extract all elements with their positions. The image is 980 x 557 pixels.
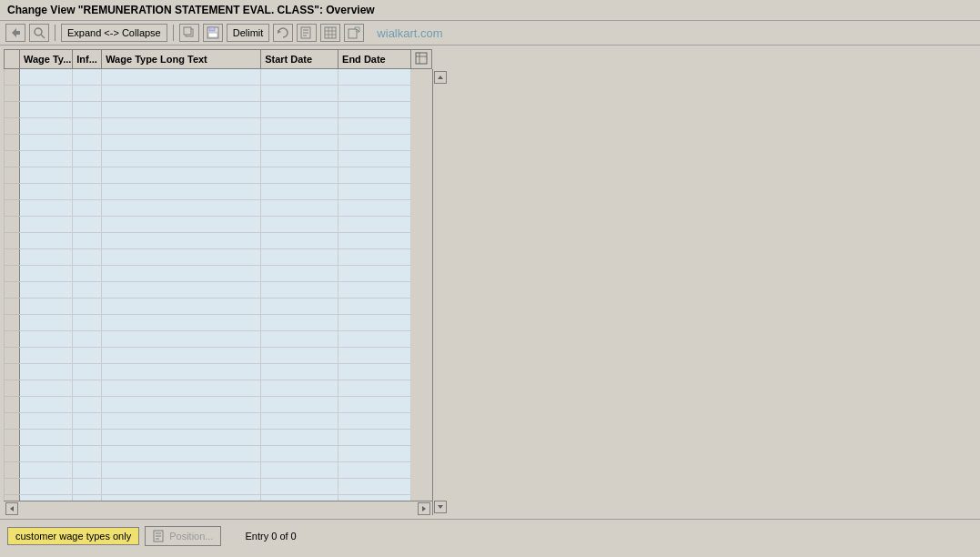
table-icon-btn[interactable] xyxy=(320,24,340,42)
col-start-date-cell[interactable] xyxy=(261,167,338,184)
col-inf-cell[interactable] xyxy=(73,413,102,430)
col-end-date-cell[interactable] xyxy=(338,200,411,217)
col-start-date-cell[interactable] xyxy=(261,397,338,413)
col-start-date-cell[interactable] xyxy=(261,299,338,315)
col-inf-cell[interactable] xyxy=(73,364,102,380)
col-inf-cell[interactable] xyxy=(73,266,102,282)
table-row[interactable] xyxy=(5,348,432,364)
table-row[interactable] xyxy=(5,249,432,266)
row-selector-cell[interactable] xyxy=(5,380,20,397)
col-end-date-cell[interactable] xyxy=(338,299,411,315)
col-long-text-cell[interactable] xyxy=(102,135,261,151)
col-inf-cell[interactable] xyxy=(73,397,102,413)
col-start-date-cell[interactable] xyxy=(261,249,338,266)
horizontal-scrollbar[interactable] xyxy=(4,501,432,515)
row-selector-cell[interactable] xyxy=(5,69,20,86)
row-selector-cell[interactable] xyxy=(5,135,20,151)
row-selector-cell[interactable] xyxy=(5,299,20,315)
row-selector-cell[interactable] xyxy=(5,200,20,217)
col-start-date-cell[interactable] xyxy=(261,315,338,331)
col-end-date-cell[interactable] xyxy=(338,315,411,331)
table-row[interactable] xyxy=(5,86,432,102)
col-end-date-cell[interactable] xyxy=(338,151,411,167)
col-start-date-cell[interactable] xyxy=(261,462,338,479)
export-icon-btn[interactable] xyxy=(344,24,364,42)
refresh-icon-btn[interactable] xyxy=(273,24,293,42)
col-start-date-cell[interactable] xyxy=(261,430,338,446)
scroll-right-btn[interactable] xyxy=(418,502,430,515)
col-start-date-cell[interactable] xyxy=(261,69,338,86)
table-row[interactable] xyxy=(5,266,432,282)
col-start-date-cell[interactable] xyxy=(261,135,338,151)
table-row[interactable] xyxy=(5,233,432,249)
col-start-date-cell[interactable] xyxy=(261,446,338,462)
col-long-text-cell[interactable] xyxy=(102,315,261,331)
row-selector-cell[interactable] xyxy=(5,413,20,430)
position-button[interactable]: Position... xyxy=(145,526,221,546)
col-inf-cell[interactable] xyxy=(73,233,102,249)
col-long-text-cell[interactable] xyxy=(102,331,261,348)
col-wage-type-cell[interactable] xyxy=(19,380,72,397)
table-row[interactable] xyxy=(5,151,432,167)
col-inf-cell[interactable] xyxy=(73,135,102,151)
col-end-date-cell[interactable] xyxy=(338,397,411,413)
table-row[interactable] xyxy=(5,331,432,348)
table-row[interactable] xyxy=(5,430,432,446)
table-row[interactable] xyxy=(5,135,432,151)
col-end-date-cell[interactable] xyxy=(338,118,411,135)
col-long-text-cell[interactable] xyxy=(102,266,261,282)
col-start-date-cell[interactable] xyxy=(261,413,338,430)
col-inf-cell[interactable] xyxy=(73,102,102,118)
col-inf-cell[interactable] xyxy=(73,282,102,299)
col-long-text-cell[interactable] xyxy=(102,167,261,184)
col-inf-cell[interactable] xyxy=(73,462,102,479)
row-selector-cell[interactable] xyxy=(5,184,20,200)
col-long-text-cell[interactable] xyxy=(102,69,261,86)
col-end-date-cell[interactable] xyxy=(338,249,411,266)
table-row[interactable] xyxy=(5,282,432,299)
col-wage-type-cell[interactable] xyxy=(19,299,72,315)
col-long-text-cell[interactable] xyxy=(102,397,261,413)
col-long-text-cell[interactable] xyxy=(102,380,261,397)
col-long-text-cell[interactable] xyxy=(102,364,261,380)
col-start-date-cell[interactable] xyxy=(261,348,338,364)
table-row[interactable] xyxy=(5,315,432,331)
col-end-date-cell[interactable] xyxy=(338,233,411,249)
row-selector-cell[interactable] xyxy=(5,249,20,266)
col-end-date-cell[interactable] xyxy=(338,184,411,200)
col-wage-type-cell[interactable] xyxy=(19,479,72,495)
col-end-date-cell[interactable] xyxy=(338,167,411,184)
row-selector-cell[interactable] xyxy=(5,118,20,135)
table-row[interactable] xyxy=(5,184,432,200)
table-row[interactable] xyxy=(5,479,432,495)
row-selector-cell[interactable] xyxy=(5,282,20,299)
col-end-date-cell[interactable] xyxy=(338,364,411,380)
col-end-date-cell[interactable] xyxy=(338,348,411,364)
col-wage-type-cell[interactable] xyxy=(19,282,72,299)
col-wage-type-cell[interactable] xyxy=(19,200,72,217)
table-row[interactable] xyxy=(5,397,432,413)
col-inf-cell[interactable] xyxy=(73,184,102,200)
col-long-text-cell[interactable] xyxy=(102,479,261,495)
col-inf-cell[interactable] xyxy=(73,299,102,315)
col-start-date-cell[interactable] xyxy=(261,151,338,167)
col-end-date-cell[interactable] xyxy=(338,135,411,151)
copy-icon-btn[interactable] xyxy=(179,24,199,42)
col-wage-type-cell[interactable] xyxy=(19,184,72,200)
save-icon-btn[interactable] xyxy=(203,24,223,42)
col-inf-cell[interactable] xyxy=(73,446,102,462)
col-wage-type-cell[interactable] xyxy=(19,446,72,462)
scroll-down-btn[interactable] xyxy=(434,501,447,513)
table-row[interactable] xyxy=(5,364,432,380)
col-long-text-cell[interactable] xyxy=(102,151,261,167)
col-wage-type-cell[interactable] xyxy=(19,118,72,135)
col-long-text-cell[interactable] xyxy=(102,184,261,200)
col-inf-cell[interactable] xyxy=(73,331,102,348)
col-start-date-cell[interactable] xyxy=(261,331,338,348)
col-inf-cell[interactable] xyxy=(73,348,102,364)
row-selector-cell[interactable] xyxy=(5,462,20,479)
row-selector-cell[interactable] xyxy=(5,364,20,380)
col-long-text-cell[interactable] xyxy=(102,86,261,102)
row-selector-cell[interactable] xyxy=(5,86,20,102)
col-end-date-cell[interactable] xyxy=(338,331,411,348)
